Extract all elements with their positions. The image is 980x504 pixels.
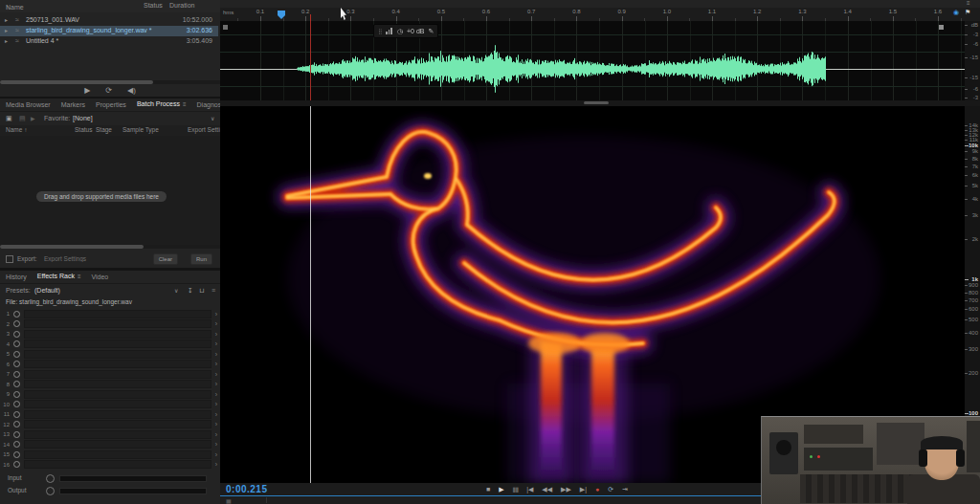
chevron-right-icon[interactable]: › bbox=[215, 411, 217, 418]
marker-flag[interactable] bbox=[278, 11, 285, 19]
power-toggle-icon[interactable] bbox=[13, 351, 20, 358]
skip-to-end-button[interactable]: ▶| bbox=[580, 484, 587, 494]
effect-slot-field[interactable] bbox=[24, 460, 212, 469]
effect-slot-field[interactable] bbox=[24, 380, 212, 388]
chevron-right-icon[interactable]: › bbox=[215, 361, 217, 367]
time-display[interactable]: 0:00.215 bbox=[226, 484, 267, 494]
clear-button[interactable]: Clear bbox=[153, 253, 178, 265]
grid-icon[interactable]: ▦ bbox=[226, 497, 232, 504]
batch-file-area[interactable]: Drag and drop supported media files here bbox=[0, 136, 220, 245]
marker-tool-icon[interactable]: ⚑ bbox=[965, 9, 970, 16]
effect-slot-field[interactable] bbox=[24, 450, 212, 459]
amplitude-scale[interactable]: dB-3-6-15-15-6-3 bbox=[965, 21, 980, 100]
effect-slot[interactable]: 15› bbox=[0, 449, 220, 460]
panel-menu-icon[interactable]: ≡ bbox=[212, 287, 215, 294]
power-toggle-icon[interactable] bbox=[13, 340, 20, 347]
batch-column-stage[interactable]: Stage bbox=[96, 126, 112, 133]
batch-column-name[interactable]: Name ↑ bbox=[6, 126, 27, 133]
effect-slot-field[interactable] bbox=[24, 430, 212, 439]
chevron-right-icon[interactable]: › bbox=[215, 340, 217, 347]
hud-drag-handle[interactable]: ⣿ bbox=[378, 28, 382, 34]
loop-playback-button[interactable]: ⟳ bbox=[608, 484, 613, 494]
effect-slot[interactable]: 7› bbox=[0, 369, 220, 380]
channel-button[interactable] bbox=[223, 25, 228, 30]
effect-slot[interactable]: 9› bbox=[0, 389, 220, 400]
expand-caret-icon[interactable]: ▸ bbox=[5, 37, 8, 44]
files-duration-column-header[interactable]: Duration bbox=[169, 2, 194, 9]
chevron-right-icon[interactable]: › bbox=[215, 320, 217, 327]
rewind-button[interactable]: ◀◀ bbox=[542, 484, 552, 494]
chevron-right-icon[interactable]: › bbox=[215, 421, 217, 427]
chevron-right-icon[interactable]: › bbox=[215, 431, 217, 438]
effect-slot-field[interactable] bbox=[24, 390, 212, 399]
effect-slot[interactable]: 8› bbox=[0, 380, 220, 390]
files-status-column-header[interactable]: Status bbox=[144, 2, 163, 9]
volume-hud[interactable]: ⣿ ◷ +0 dB ✎ bbox=[373, 24, 438, 38]
chevron-right-icon[interactable]: › bbox=[215, 441, 217, 448]
file-list-item[interactable]: ▸≈Untitled 4 *3:05.409 bbox=[0, 36, 218, 47]
monitor-volume-button[interactable]: ◀) bbox=[127, 86, 136, 95]
tab-media-browser[interactable]: Media Browser bbox=[6, 99, 51, 112]
effect-slot[interactable]: 2› bbox=[0, 319, 220, 330]
gain-knob[interactable] bbox=[46, 487, 55, 495]
effect-slot-field[interactable] bbox=[24, 410, 212, 419]
tab-properties[interactable]: Properties bbox=[96, 99, 126, 112]
effect-slot[interactable]: 6› bbox=[0, 360, 220, 370]
chevron-right-icon[interactable]: › bbox=[215, 451, 217, 458]
new-batch-icon[interactable]: ▣ bbox=[6, 115, 12, 122]
effect-slot[interactable]: 3› bbox=[0, 329, 220, 340]
play-button[interactable]: ▶ bbox=[499, 484, 503, 494]
play-file-button[interactable]: ▶ bbox=[84, 86, 90, 95]
effect-slot-field[interactable] bbox=[24, 340, 212, 348]
export-checkbox[interactable] bbox=[6, 255, 13, 263]
effect-slot[interactable]: 4› bbox=[0, 340, 220, 350]
apply-favorite-icon[interactable]: ▶ bbox=[31, 115, 35, 121]
effect-slot-field[interactable] bbox=[24, 400, 212, 408]
power-toggle-icon[interactable] bbox=[13, 391, 20, 398]
power-toggle-icon[interactable] bbox=[13, 331, 20, 338]
selection-handle[interactable] bbox=[939, 25, 944, 30]
batch-column-sample-type[interactable]: Sample Type bbox=[122, 126, 159, 133]
tab-history[interactable]: History bbox=[6, 271, 27, 284]
effect-slot-field[interactable] bbox=[24, 360, 212, 368]
tab-batch-process[interactable]: Batch Process≡ bbox=[137, 99, 187, 112]
power-toggle-icon[interactable] bbox=[13, 311, 20, 318]
stop-button[interactable]: ■ bbox=[486, 484, 490, 494]
skip-to-start-button[interactable]: |◀ bbox=[526, 484, 533, 494]
pencil-icon[interactable]: ✎ bbox=[429, 28, 434, 35]
power-toggle-icon[interactable] bbox=[13, 361, 20, 367]
power-toggle-icon[interactable] bbox=[13, 421, 20, 427]
batch-horizontal-scrollbar[interactable] bbox=[0, 245, 220, 249]
preset-select[interactable]: (Default) bbox=[34, 287, 60, 294]
timeline-ruler[interactable]: hms 0.10.20.30.40.50.60.70.80.91.01.11.2… bbox=[220, 8, 980, 22]
power-toggle-icon[interactable] bbox=[13, 320, 20, 327]
dropdown-caret-icon[interactable]: ∨ bbox=[211, 115, 214, 121]
chevron-right-icon[interactable]: › bbox=[215, 381, 217, 387]
tab-menu-icon[interactable]: ≡ bbox=[183, 101, 187, 107]
expand-caret-icon[interactable]: ▸ bbox=[5, 16, 8, 23]
waveform-canvas[interactable] bbox=[220, 21, 965, 100]
power-toggle-icon[interactable] bbox=[13, 451, 20, 458]
effect-slot[interactable]: 11› bbox=[0, 409, 220, 420]
power-toggle-icon[interactable] bbox=[13, 411, 20, 418]
effect-slot[interactable]: 14› bbox=[0, 440, 220, 450]
fast-forward-button[interactable]: ▶▶ bbox=[561, 484, 571, 494]
save-preset-icon[interactable]: ↧ bbox=[188, 287, 193, 295]
chevron-right-icon[interactable]: › bbox=[215, 351, 217, 358]
chevron-right-icon[interactable]: › bbox=[215, 371, 217, 378]
power-toggle-icon[interactable] bbox=[13, 401, 20, 407]
waveform-display[interactable]: ⣿ ◷ +0 dB ✎ bbox=[220, 21, 980, 100]
batch-column-status[interactable]: Status bbox=[75, 126, 92, 133]
effect-slot[interactable]: 16› bbox=[0, 460, 220, 471]
tab-video[interactable]: Video bbox=[91, 271, 108, 284]
batch-column-export-settings[interactable]: Export Settings bbox=[188, 126, 220, 133]
tab-diagnostics[interactable]: Diagnostics bbox=[197, 99, 220, 112]
zoom-handle[interactable] bbox=[584, 101, 609, 104]
skip-selection-button[interactable]: ⇥ bbox=[622, 484, 628, 494]
record-button[interactable]: ● bbox=[595, 484, 599, 494]
gain-knob[interactable] bbox=[46, 474, 55, 483]
dropdown-caret-icon[interactable]: ∨ bbox=[174, 287, 178, 294]
effect-slot[interactable]: 5› bbox=[0, 349, 220, 360]
snapping-icon[interactable]: ◉ bbox=[953, 9, 959, 16]
effect-slot-field[interactable] bbox=[24, 310, 212, 318]
